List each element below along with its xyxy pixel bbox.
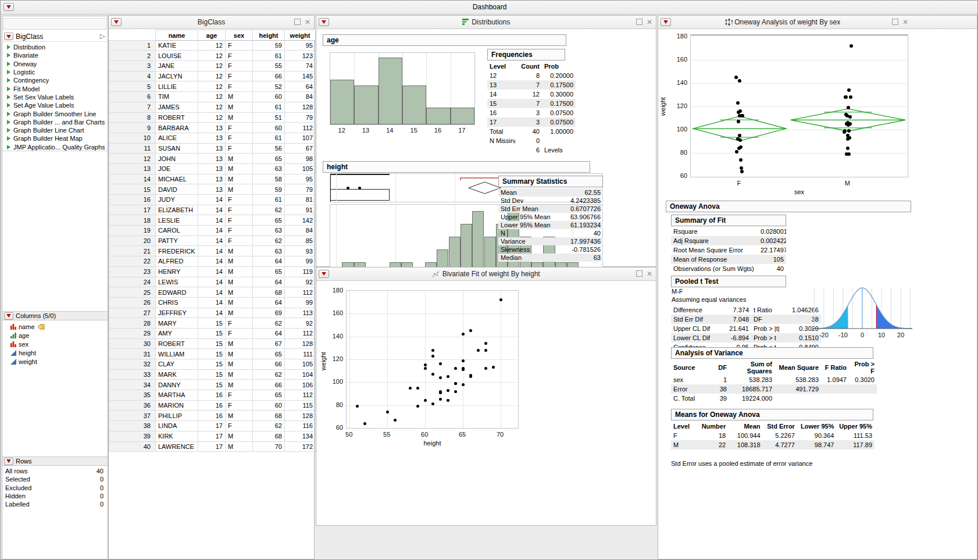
grid-cell[interactable]: JUDY	[156, 195, 198, 205]
grid-cell[interactable]: 115	[285, 400, 316, 411]
grid-cell[interactable]: M	[226, 287, 253, 298]
grid-cell[interactable]: M	[226, 338, 253, 349]
row-number-cell[interactable]: 11	[109, 143, 156, 154]
grid-cell[interactable]: M	[226, 411, 253, 421]
grid-cell[interactable]: 13	[198, 143, 226, 154]
grid-cell[interactable]: 59	[253, 40, 285, 51]
grid-cell[interactable]: JEFFREY	[156, 308, 198, 318]
grid-cell[interactable]: 111	[285, 349, 316, 359]
grid-cell[interactable]: 65	[253, 266, 285, 277]
grid-cell[interactable]: 15	[198, 380, 226, 390]
sidebar-script-item[interactable]: Graph Builder ... and Bar Charts	[2, 118, 108, 126]
summary-statistics-header[interactable]: Summary Statistics	[498, 176, 603, 187]
grid-cell[interactable]: HENRY	[156, 266, 198, 277]
row-number-cell[interactable]: 20	[109, 236, 156, 246]
grid-cell[interactable]: M	[226, 441, 253, 452]
bigclass-red-triangle-menu-button[interactable]	[4, 33, 13, 40]
grid-cell[interactable]: CAROL	[156, 226, 198, 236]
data-point[interactable]	[462, 333, 465, 336]
grid-cell[interactable]: 106	[285, 380, 316, 390]
histogram-bar[interactable]	[330, 80, 354, 124]
grid-cell[interactable]: 60	[253, 123, 285, 133]
grid-cell[interactable]: F	[226, 61, 253, 72]
row-number-cell[interactable]: 17	[109, 205, 156, 215]
grid-cell[interactable]: JOE	[156, 163, 198, 174]
histogram-bar[interactable]	[449, 237, 461, 267]
grid-cell[interactable]: JOHN	[156, 154, 198, 164]
row-number-cell[interactable]: 23	[109, 266, 156, 277]
grid-cell[interactable]: 68	[253, 411, 285, 421]
grid-cell[interactable]: 55	[253, 61, 285, 72]
row-number-cell[interactable]: 27	[109, 308, 156, 318]
grid-cell[interactable]: 84	[285, 92, 316, 102]
grid-cell[interactable]: 59	[253, 184, 285, 195]
data-point[interactable]	[738, 134, 741, 137]
table-row[interactable]: 1KATIE12F5995	[109, 40, 316, 51]
grid-cell[interactable]: 14	[198, 226, 226, 236]
grid-cell[interactable]: 62	[253, 318, 285, 329]
table-row[interactable]: 23HENRY14M65119	[109, 266, 316, 277]
grid-cell[interactable]: 61	[253, 102, 285, 112]
grid-cell[interactable]: 74	[285, 61, 316, 72]
grid-cell[interactable]: 14	[198, 205, 226, 215]
grid-cell[interactable]: 12	[198, 51, 226, 61]
maximize-icon[interactable]	[294, 19, 301, 25]
data-point[interactable]	[477, 349, 480, 352]
close-icon[interactable]: ✕	[305, 18, 310, 26]
grid-cell[interactable]: 66	[253, 71, 285, 81]
grid-cell[interactable]: M	[226, 349, 253, 359]
age-section-header[interactable]: age	[323, 34, 566, 46]
data-point[interactable]	[454, 382, 457, 385]
grid-cell[interactable]: F	[226, 318, 253, 329]
histogram-bar[interactable]	[379, 58, 402, 124]
grid-cell[interactable]: ALICE	[156, 133, 198, 143]
histogram-bar[interactable]	[401, 262, 413, 267]
data-point[interactable]	[469, 329, 472, 332]
data-point[interactable]	[363, 422, 366, 425]
grid-cell[interactable]: DANNY	[156, 380, 198, 390]
table-row[interactable]: 16JUDY14F6181	[109, 195, 316, 205]
grid-cell[interactable]: JACLYN	[156, 71, 198, 81]
maximize-icon[interactable]	[636, 270, 643, 277]
grid-cell[interactable]: F	[226, 236, 253, 246]
table-row[interactable]: 18LESLIE14F65142	[109, 215, 316, 226]
row-number-cell[interactable]: 16	[109, 195, 156, 205]
grid-cell[interactable]: F	[226, 143, 253, 154]
grid-cell[interactable]: 62	[253, 236, 285, 246]
data-point[interactable]	[394, 419, 397, 422]
data-point[interactable]	[386, 411, 389, 413]
grid-cell[interactable]: PHILLIP	[156, 411, 198, 421]
summary-of-fit-header[interactable]: Summary of Fit	[671, 215, 786, 226]
data-point[interactable]	[484, 367, 487, 370]
grid-cell[interactable]: 112	[285, 328, 316, 338]
grid-cell[interactable]: 92	[285, 318, 316, 329]
grid-cell[interactable]: ALFRED	[156, 256, 198, 267]
column-list-item[interactable]: sex	[2, 340, 108, 348]
row-number-cell[interactable]: 31	[109, 349, 156, 359]
grid-cell[interactable]: F	[226, 400, 253, 411]
grid-cell[interactable]: 64	[253, 256, 285, 267]
row-number-cell[interactable]: 8	[109, 112, 156, 123]
table-row[interactable]: 14MICHAEL13M5895	[109, 174, 316, 184]
data-point[interactable]	[416, 387, 419, 390]
row-number-cell[interactable]: 39	[109, 431, 156, 441]
data-point[interactable]	[739, 145, 743, 149]
table-row[interactable]: 7JAMES12M61128	[109, 102, 316, 112]
sidebar-script-item[interactable]: Graph Builder Heat Map	[2, 134, 108, 142]
data-point[interactable]	[409, 387, 412, 390]
grid-cell[interactable]: 107	[285, 133, 316, 143]
grid-cell[interactable]: KIRK	[156, 431, 198, 441]
table-row[interactable]: 4JACLYN12F66145	[109, 71, 316, 81]
grid-cell[interactable]: 128	[285, 102, 316, 112]
table-row[interactable]: 3JANE12F5574	[109, 61, 316, 72]
data-point[interactable]	[439, 398, 442, 401]
histogram-bar[interactable]	[402, 85, 426, 124]
sidebar-script-item[interactable]: JMP Applicatio... Quality Graphs	[2, 143, 108, 151]
row-number-cell[interactable]: 14	[109, 174, 156, 184]
table-row[interactable]: 40LAWRENCE17M70172	[109, 441, 316, 452]
data-point[interactable]	[424, 367, 427, 370]
grid-cell[interactable]: 15	[198, 338, 226, 349]
data-point[interactable]	[431, 355, 434, 358]
table-row[interactable]: 33MARK15M62104	[109, 369, 316, 380]
table-row[interactable]: 31WILLIAM15M65111	[109, 349, 316, 359]
